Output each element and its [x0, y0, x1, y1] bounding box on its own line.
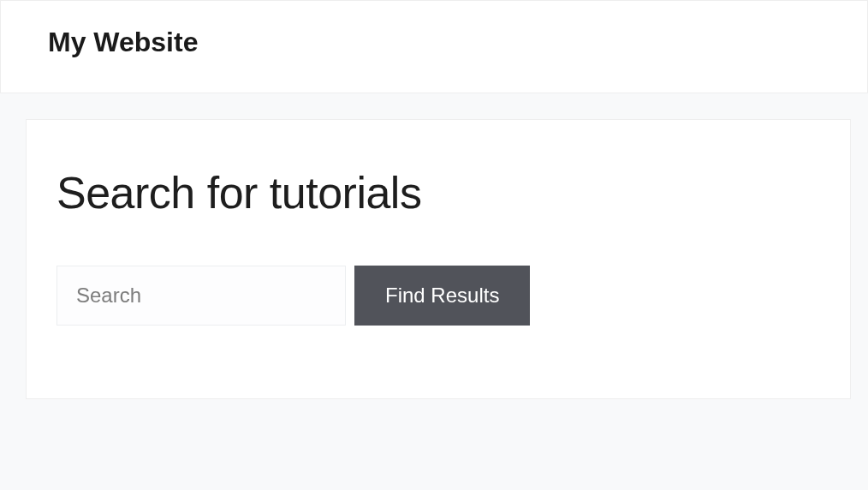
search-input[interactable]: [56, 266, 346, 326]
search-card: Search for tutorials Find Results: [26, 119, 851, 399]
site-header: My Website: [0, 0, 868, 93]
find-results-button[interactable]: Find Results: [354, 266, 530, 326]
search-form: Find Results: [56, 266, 820, 326]
page-body: Search for tutorials Find Results: [0, 93, 868, 425]
site-title: My Website: [48, 27, 820, 58]
page-heading: Search for tutorials: [56, 167, 820, 218]
